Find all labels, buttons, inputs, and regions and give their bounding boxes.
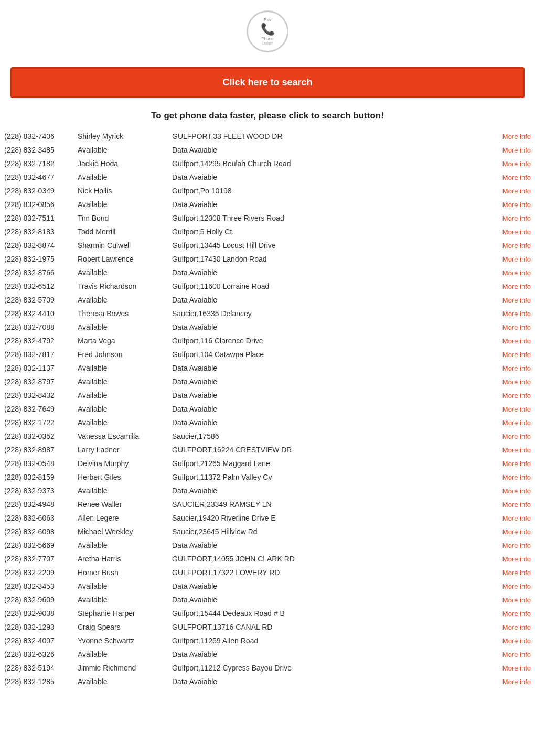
more-info-link[interactable]: More info	[502, 664, 531, 672]
more-info-link[interactable]: More info	[502, 405, 531, 413]
more-info-link[interactable]: More info	[502, 487, 531, 495]
more-info-cell[interactable]: More info	[488, 361, 535, 375]
more-info-link[interactable]: More info	[502, 392, 531, 399]
more-info-cell[interactable]: More info	[488, 143, 535, 157]
more-info-link[interactable]: More info	[502, 214, 531, 222]
more-info-link[interactable]: More info	[502, 651, 531, 658]
more-info-link[interactable]: More info	[502, 310, 531, 318]
more-info-cell[interactable]: More info	[488, 443, 535, 457]
more-info-cell[interactable]: More info	[488, 525, 535, 538]
more-info-cell[interactable]: More info	[488, 593, 535, 607]
more-info-cell[interactable]: More info	[488, 484, 535, 498]
more-info-cell[interactable]: More info	[488, 293, 535, 307]
more-info-link[interactable]: More info	[502, 174, 531, 181]
more-info-cell[interactable]: More info	[488, 320, 535, 334]
more-info-cell[interactable]: More info	[488, 211, 535, 225]
more-info-link[interactable]: More info	[502, 433, 531, 440]
more-info-link[interactable]: More info	[502, 582, 531, 590]
phone-cell: (228) 832-7649	[0, 402, 73, 416]
logo-inner: Rev 📞 Phone Owner	[261, 17, 275, 46]
more-info-link[interactable]: More info	[502, 446, 531, 454]
more-info-cell[interactable]: More info	[488, 225, 535, 239]
more-info-cell[interactable]: More info	[488, 157, 535, 170]
search-link[interactable]: Click here to search	[222, 77, 312, 88]
more-info-cell[interactable]: More info	[488, 239, 535, 252]
more-info-link[interactable]: More info	[502, 542, 531, 549]
more-info-cell[interactable]: More info	[488, 402, 535, 416]
more-info-link[interactable]: More info	[502, 419, 531, 427]
more-info-cell[interactable]: More info	[488, 429, 535, 443]
more-info-cell[interactable]: More info	[488, 279, 535, 293]
more-info-link[interactable]: More info	[502, 501, 531, 509]
name-cell: Available	[73, 361, 168, 375]
more-info-cell[interactable]: More info	[488, 375, 535, 388]
more-info-link[interactable]: More info	[502, 187, 531, 195]
more-info-link[interactable]: More info	[502, 228, 531, 236]
more-info-cell[interactable]: More info	[488, 538, 535, 552]
address-cell: Gulfport,15444 Dedeaux Road # B	[168, 607, 488, 620]
more-info-link[interactable]: More info	[502, 514, 531, 522]
address-cell: Data Avaiable	[168, 375, 488, 388]
address-cell: Gulfport,12008 Three Rivers Road	[168, 211, 488, 225]
more-info-cell[interactable]: More info	[488, 661, 535, 675]
address-cell: Gulfport,11600 Lorraine Road	[168, 279, 488, 293]
more-info-link[interactable]: More info	[502, 678, 531, 686]
more-info-link[interactable]: More info	[502, 528, 531, 536]
more-info-link[interactable]: More info	[502, 323, 531, 331]
more-info-cell[interactable]: More info	[488, 334, 535, 348]
more-info-link[interactable]: More info	[502, 269, 531, 277]
more-info-link[interactable]: More info	[502, 255, 531, 263]
more-info-cell[interactable]: More info	[488, 634, 535, 647]
more-info-cell[interactable]: More info	[488, 675, 535, 688]
more-info-cell[interactable]: More info	[488, 470, 535, 484]
more-info-link[interactable]: More info	[502, 160, 531, 168]
more-info-cell[interactable]: More info	[488, 266, 535, 279]
more-info-cell[interactable]: More info	[488, 252, 535, 266]
name-cell: Nick Hollis	[73, 184, 168, 198]
more-info-cell[interactable]: More info	[488, 607, 535, 620]
more-info-cell[interactable]: More info	[488, 416, 535, 429]
more-info-cell[interactable]: More info	[488, 129, 535, 143]
more-info-link[interactable]: More info	[502, 473, 531, 481]
table-row: (228) 832-6512Travis RichardsonGulfport,…	[0, 279, 535, 293]
more-info-cell[interactable]: More info	[488, 579, 535, 593]
more-info-cell[interactable]: More info	[488, 511, 535, 525]
more-info-link[interactable]: More info	[502, 555, 531, 563]
more-info-cell[interactable]: More info	[488, 184, 535, 198]
more-info-link[interactable]: More info	[502, 283, 531, 290]
more-info-cell[interactable]: More info	[488, 566, 535, 579]
more-info-cell[interactable]: More info	[488, 170, 535, 184]
more-info-cell[interactable]: More info	[488, 457, 535, 470]
address-cell: Data Avaiable	[168, 416, 488, 429]
more-info-cell[interactable]: More info	[488, 388, 535, 402]
more-info-link[interactable]: More info	[502, 201, 531, 209]
more-info-link[interactable]: More info	[502, 623, 531, 631]
more-info-cell[interactable]: More info	[488, 498, 535, 511]
more-info-cell[interactable]: More info	[488, 198, 535, 211]
more-info-link[interactable]: More info	[502, 460, 531, 468]
table-row: (228) 832-1293Craig SpearsGULFPORT,13716…	[0, 620, 535, 634]
more-info-link[interactable]: More info	[502, 378, 531, 386]
more-info-link[interactable]: More info	[502, 242, 531, 250]
more-info-link[interactable]: More info	[502, 133, 531, 141]
more-info-link[interactable]: More info	[502, 637, 531, 645]
table-row: (228) 832-4948Renee WallerSAUCIER,23349 …	[0, 498, 535, 511]
more-info-cell[interactable]: More info	[488, 348, 535, 361]
more-info-link[interactable]: More info	[502, 596, 531, 604]
table-row: (228) 832-7088AvailableData AvaiableMore…	[0, 320, 535, 334]
more-info-link[interactable]: More info	[502, 569, 531, 577]
logo: Rev 📞 Phone Owner	[247, 10, 288, 52]
more-info-link[interactable]: More info	[502, 296, 531, 304]
more-info-link[interactable]: More info	[502, 146, 531, 154]
more-info-link[interactable]: More info	[502, 337, 531, 345]
search-banner[interactable]: Click here to search	[10, 67, 525, 98]
more-info-cell[interactable]: More info	[488, 620, 535, 634]
address-cell: SAUCIER,23349 RAMSEY LN	[168, 498, 488, 511]
more-info-link[interactable]: More info	[502, 610, 531, 618]
more-info-cell[interactable]: More info	[488, 552, 535, 566]
more-info-cell[interactable]: More info	[488, 647, 535, 661]
more-info-link[interactable]: More info	[502, 351, 531, 359]
more-info-cell[interactable]: More info	[488, 307, 535, 320]
more-info-link[interactable]: More info	[502, 364, 531, 372]
phone-cell: (228) 832-7511	[0, 211, 73, 225]
